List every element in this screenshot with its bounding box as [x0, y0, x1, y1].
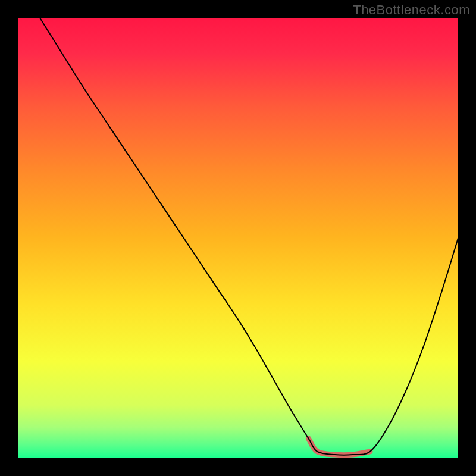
plot-area: [18, 18, 458, 458]
watermark-text: TheBottleneck.com: [353, 2, 470, 18]
chart-container: TheBottleneck.com: [0, 0, 476, 476]
bottleneck-chart: [18, 18, 458, 458]
gradient-background: [18, 18, 458, 458]
